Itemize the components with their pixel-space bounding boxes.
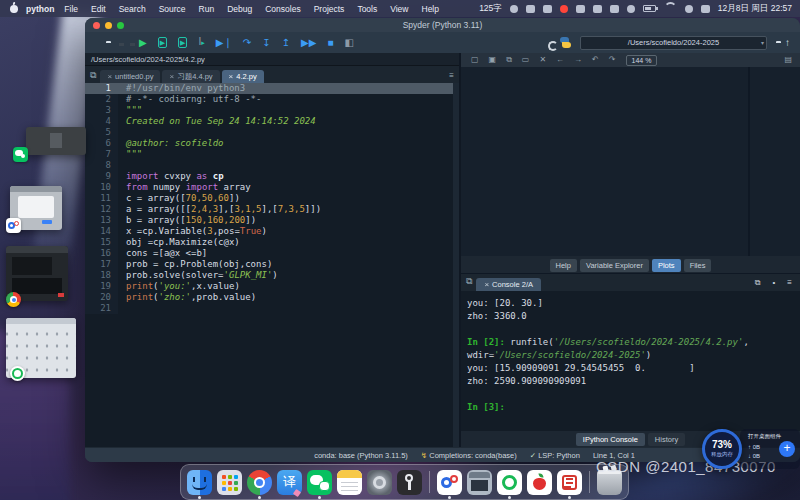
search-icon[interactable] bbox=[685, 5, 693, 13]
console-bottom-tab-ipython-console[interactable]: IPython Console bbox=[576, 433, 645, 446]
plots-divider[interactable] bbox=[748, 67, 750, 256]
menu-item[interactable]: Source bbox=[159, 4, 186, 14]
dock-notes-icon[interactable] bbox=[337, 470, 362, 495]
close-tab-icon[interactable]: × bbox=[484, 281, 489, 289]
dock-launchpad-icon[interactable] bbox=[217, 470, 242, 495]
plots-previous-button[interactable]: ← bbox=[556, 56, 564, 64]
dock-finder-icon[interactable] bbox=[187, 470, 212, 495]
menu-item[interactable]: Projects bbox=[314, 4, 345, 14]
add-widget-button[interactable]: + bbox=[779, 441, 795, 457]
code-line[interactable]: 13b = array([150,160,200]) bbox=[85, 215, 459, 226]
bluetooth-icon[interactable] bbox=[627, 5, 635, 13]
plots-options-icon[interactable]: ▤ bbox=[784, 56, 792, 64]
console-options-icon[interactable]: ≡ bbox=[787, 278, 792, 288]
keyboard-icon[interactable] bbox=[543, 5, 552, 13]
mic-icon[interactable] bbox=[526, 5, 535, 13]
parent-directory-button[interactable]: ↑ bbox=[785, 38, 790, 48]
code-line[interactable]: 15obj =cp.Maximize(c@x) bbox=[85, 237, 459, 248]
code-line[interactable]: 4Created on Tue Sep 24 14:14:52 2024 bbox=[85, 116, 459, 127]
code-line[interactable]: 8 bbox=[85, 160, 459, 171]
dock-seal-app-icon[interactable] bbox=[557, 470, 582, 495]
code-line[interactable]: 3""" bbox=[85, 105, 459, 116]
pane-tab-help[interactable]: Help bbox=[550, 259, 577, 272]
editor-tab[interactable]: ×4.2.py bbox=[222, 70, 264, 83]
record-icon[interactable] bbox=[560, 5, 568, 13]
debug-continue-button[interactable]: ▶▶ bbox=[301, 38, 316, 48]
close-tab-icon[interactable]: × bbox=[107, 73, 112, 81]
cloud-icon[interactable] bbox=[593, 5, 602, 13]
apple-menu-icon[interactable] bbox=[10, 5, 18, 13]
dock-settings-icon[interactable] bbox=[367, 470, 392, 495]
plots-next-button[interactable]: → bbox=[574, 56, 582, 64]
menu-item[interactable]: Run bbox=[199, 4, 215, 14]
editor-tab[interactable]: ×习题4.4.py bbox=[162, 70, 219, 83]
code-line[interactable]: 18prob.solve(solver='GLPK_MI') bbox=[85, 270, 459, 281]
run-selection-button[interactable]: I▸ bbox=[198, 37, 204, 48]
code-line[interactable]: 11c = array([70,50,60]) bbox=[85, 193, 459, 204]
dock-apple-app-icon[interactable] bbox=[527, 470, 552, 495]
code-line[interactable]: 12a = array([[2,4,3],[3,1,5],[7,3,5]]) bbox=[85, 204, 459, 215]
code-line[interactable]: 9import cvxpy as cp bbox=[85, 171, 459, 182]
plots-remove-button[interactable]: ▭ bbox=[522, 56, 530, 64]
plots-copy-button[interactable]: ⧉ bbox=[506, 56, 512, 64]
pane-tab-files[interactable]: Files bbox=[684, 259, 712, 272]
menu-item[interactable]: Debug bbox=[227, 4, 252, 14]
browse-tabs-icon[interactable]: ⧉ bbox=[90, 70, 96, 81]
maximize-pane-button[interactable]: ◧ bbox=[344, 38, 353, 48]
stage-manager-icon[interactable] bbox=[610, 5, 619, 13]
pane-tab-plots[interactable]: Plots bbox=[652, 259, 681, 272]
code-line[interactable]: 20print('zho:',prob.value) bbox=[85, 292, 459, 303]
dock-netdisk-icon[interactable] bbox=[437, 470, 462, 495]
menu-item[interactable]: View bbox=[390, 4, 408, 14]
memory-clean-button[interactable]: 73% 释放内存 bbox=[702, 429, 742, 469]
working-directory-select[interactable]: /Users/scofieldo/2024-2025 bbox=[580, 36, 767, 50]
run-file-button[interactable]: ▶ bbox=[139, 38, 147, 48]
code-line[interactable]: 5 bbox=[85, 127, 459, 138]
run-cell-button[interactable]: ▶ bbox=[158, 37, 167, 48]
pane-tab-variable-explorer[interactable]: Variable Explorer bbox=[580, 259, 649, 272]
face-icon[interactable] bbox=[510, 5, 518, 13]
dock-translate-icon[interactable]: 译 bbox=[277, 470, 302, 495]
code-line[interactable]: 7""" bbox=[85, 149, 459, 160]
minimized-window-wechat[interactable] bbox=[26, 127, 86, 155]
menu-item[interactable]: Tools bbox=[357, 4, 377, 14]
console-inspect-icon[interactable]: ⧉ bbox=[755, 278, 761, 288]
plots-close-button[interactable]: ✕ bbox=[539, 56, 546, 64]
plots-save-all-button[interactable]: ▣ bbox=[489, 56, 497, 64]
console-status-icon[interactable]: • bbox=[773, 278, 776, 288]
menu-item[interactable]: File bbox=[64, 4, 78, 14]
stop-button[interactable]: ■ bbox=[327, 38, 333, 48]
window-titlebar[interactable]: Spyder (Python 3.11) bbox=[85, 18, 800, 32]
close-tab-icon[interactable]: × bbox=[169, 73, 174, 81]
control-center-icon[interactable] bbox=[701, 5, 710, 13]
code-line[interactable]: 21 bbox=[85, 303, 459, 314]
browse-tabs-icon[interactable]: ⧉ bbox=[466, 276, 472, 287]
menu-item[interactable]: Consoles bbox=[265, 4, 300, 14]
code-line[interactable]: 14x =cp.Variable(3,pos=True) bbox=[85, 226, 459, 237]
run-cell-advance-button[interactable]: ▶ bbox=[178, 37, 187, 48]
debug-file-button[interactable]: ▶❘ bbox=[216, 38, 232, 48]
code-line[interactable]: 6@author: scofieldo bbox=[85, 138, 459, 149]
debug-step-into-button[interactable]: ↧ bbox=[262, 38, 270, 48]
code-line[interactable]: 16cons =[a@x <=b] bbox=[85, 248, 459, 259]
dock-minimized-window-icon[interactable] bbox=[467, 470, 492, 495]
code-editor[interactable]: 1#!/usr/bin/env python32# -*- codiarng: … bbox=[85, 83, 459, 448]
console-bottom-tab-history[interactable]: History bbox=[648, 433, 685, 446]
code-line[interactable]: 19print('you:',x.value) bbox=[85, 281, 459, 292]
dock-keychain-icon[interactable] bbox=[397, 470, 422, 495]
console-tab[interactable]: ×Console 2/A bbox=[476, 278, 541, 291]
console-output[interactable]: you: [20. 30.]zho: 3360.0In [2]: runfile… bbox=[461, 291, 800, 431]
battery-icon[interactable] bbox=[643, 5, 656, 12]
dock-chrome-icon[interactable] bbox=[247, 470, 272, 495]
python-interpreter-icon[interactable] bbox=[560, 37, 571, 48]
code-line[interactable]: 10from numpy import array bbox=[85, 182, 459, 193]
code-line[interactable]: 1#!/usr/bin/env python3 bbox=[85, 83, 459, 94]
menu-item[interactable]: Help bbox=[422, 4, 439, 14]
editor-scrollbar[interactable] bbox=[453, 83, 459, 448]
debug-step-over-button[interactable]: ↷ bbox=[243, 38, 251, 48]
dock-green-ring-icon[interactable] bbox=[497, 470, 522, 495]
menu-clock[interactable]: 12月8日 周日 22:57 bbox=[718, 3, 792, 15]
plots-save-button[interactable]: ▢ bbox=[471, 56, 479, 64]
code-line[interactable]: 2# -*- codiarng: utf-8 -*- bbox=[85, 94, 459, 105]
menu-item[interactable]: Edit bbox=[91, 4, 106, 14]
